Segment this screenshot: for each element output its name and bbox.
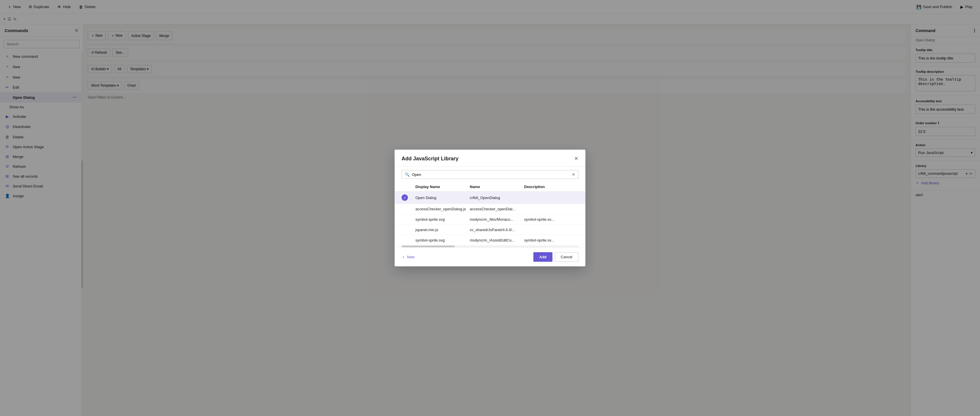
modal-new-label: New — [407, 255, 415, 259]
row-display-name: symbol-sprite.svg — [415, 238, 470, 242]
modal-add-button[interactable]: Add — [533, 252, 552, 262]
check-icon: ✓ — [401, 194, 408, 201]
row-display-name: symbol-sprite.svg — [415, 217, 470, 222]
search-icon: 🔍 — [405, 172, 410, 177]
row-name: cc_shared/JsPanel/4.6.0/... — [470, 228, 524, 232]
modal-scrollbar — [401, 246, 579, 247]
row-display-name: Open Dialog — [415, 195, 470, 200]
modal-search-input[interactable] — [412, 173, 570, 177]
table-row[interactable]: accessChecker_openDialog.js accessChecke… — [395, 204, 585, 214]
col-header-display-name: Display Name — [415, 184, 470, 189]
row-name: crfb6_OpenDialog — [470, 195, 524, 200]
modal-search-box: 🔍 ✕ — [401, 170, 579, 179]
col-header-description: Description — [524, 184, 579, 189]
row-name: msdyncrm_/libs/Monaco... — [470, 217, 524, 222]
table-row[interactable]: ✓ Open Dialog crfb6_OpenDialog — [395, 192, 585, 204]
row-name: accessChecker_openDial... — [470, 207, 524, 211]
table-row[interactable]: jspanel.min.js cc_shared/JsPanel/4.6.0/.… — [395, 225, 585, 235]
table-row[interactable]: symbol-sprite.svg msdyncrm_/libs/Monaco.… — [395, 214, 585, 225]
modal-header: Add JavaScript Library ✕ — [395, 150, 585, 167]
row-display-name: jspanel.min.js — [415, 228, 470, 232]
modal-cancel-button[interactable]: Cancel — [555, 252, 579, 262]
modal-overlay: Add JavaScript Library ✕ 🔍 ✕ Display Nam… — [0, 0, 980, 416]
row-display-name: accessChecker_openDialog.js — [415, 207, 470, 211]
modal-new-button[interactable]: ＋ New — [401, 254, 415, 260]
modal-footer-actions: Add Cancel — [533, 252, 579, 262]
modal-scroll-thumb — [401, 246, 455, 247]
col-header-name: Name — [470, 184, 524, 189]
modal-search-container: 🔍 ✕ — [395, 167, 585, 182]
modal-table-header: Display Name Name Description — [395, 182, 585, 192]
col-header-check — [401, 184, 415, 189]
plus-icon: ＋ — [401, 254, 405, 260]
row-check: ✓ — [401, 194, 415, 201]
row-description: symbol-sprite.sv... — [524, 238, 579, 242]
modal-title: Add JavaScript Library — [401, 156, 458, 162]
modal-table: Display Name Name Description ✓ Open Dia… — [395, 182, 585, 246]
table-row[interactable]: symbol-sprite.svg msdyncrm_/AssistEditCo… — [395, 235, 585, 246]
modal-search-clear-button[interactable]: ✕ — [572, 172, 575, 177]
modal-close-button[interactable]: ✕ — [574, 156, 579, 162]
row-name: msdyncrm_/AssistEditCo... — [470, 238, 524, 242]
modal-footer: ＋ New Add Cancel — [395, 247, 585, 266]
row-description: symbol-sprite.sv... — [524, 217, 579, 222]
modal-dialog: Add JavaScript Library ✕ 🔍 ✕ Display Nam… — [395, 150, 585, 266]
